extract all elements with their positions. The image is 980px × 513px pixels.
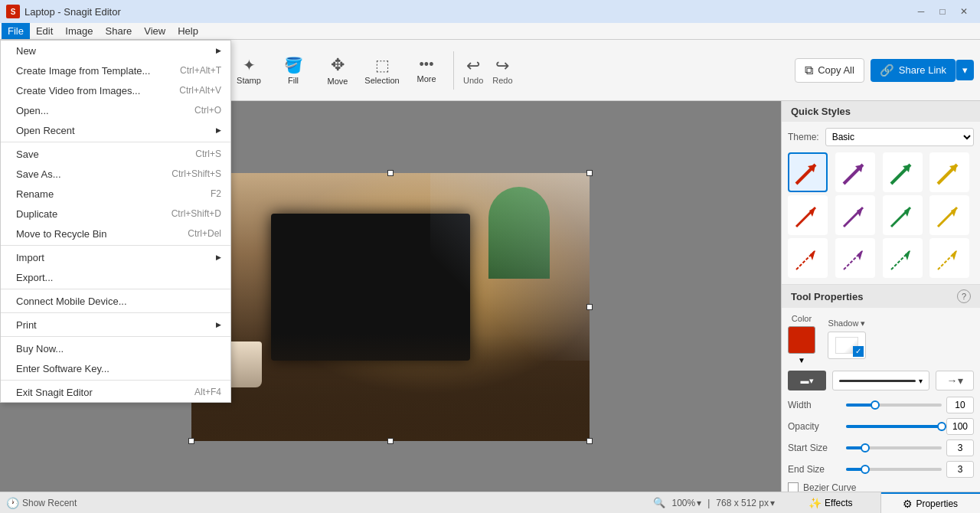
style-item-12[interactable] [929,238,969,278]
menu-view[interactable]: View [138,23,172,39]
close-button[interactable]: ✕ [954,4,974,19]
end-size-value[interactable]: 3 [946,461,974,478]
opacity-slider-fill [846,425,942,428]
menu-print[interactable]: Print [1,315,230,335]
end-size-slider-thumb[interactable] [861,465,870,474]
width-slider-thumb[interactable] [871,400,880,410]
menu-connect-mobile[interactable]: Connect Mobile Device... [1,291,230,311]
line-pattern-selector[interactable]: ▾ [832,371,929,390]
menu-image[interactable]: Image [59,23,99,39]
menu-new[interactable]: New [1,41,230,60]
redo-button[interactable]: ↪ Redo [489,53,515,88]
minimize-button[interactable]: ─ [911,4,931,19]
style-item-4[interactable] [929,152,969,192]
separator: | [707,498,710,508]
line-style-selector[interactable]: ▬▾ [788,371,826,390]
handle-bottom-left[interactable] [188,438,194,444]
menu-recycle[interactable]: Move to Recycle Bin Ctrl+Del [1,224,230,243]
svg-marker-17 [810,250,815,260]
zoom-info: 🔍 100% ▾ | 768 x 512 px ▾ [653,497,775,508]
sep-3 [1,289,230,289]
style-item-2[interactable] [835,152,875,192]
handle-mid-right[interactable] [586,304,593,310]
handle-bottom-right[interactable] [586,438,593,444]
copy-all-button[interactable]: ⧉ Copy All [795,58,864,83]
menu-edit[interactable]: Edit [30,23,59,39]
menu-export[interactable]: Export... [1,267,230,287]
properties-tab[interactable]: ⚙ Properties [881,492,981,513]
menu-open-recent[interactable]: Open Recent [1,120,230,140]
handle-top-right[interactable] [586,170,593,176]
sep-4 [1,312,230,313]
menu-file[interactable]: File [2,23,30,39]
style-item-10[interactable] [835,238,875,278]
copy-all-label: Copy All [818,64,854,76]
move-icon: ✥ [331,55,345,75]
image-wrapper [191,173,590,441]
menu-help[interactable]: Help [172,23,204,39]
title-bar: S Laptop - Snagit Editor ─ □ ✕ [0,0,980,23]
tool-stamp[interactable]: ✦ Stamp [228,44,270,96]
start-size-slider[interactable] [846,446,942,449]
menu-rename-shortcut: F2 [211,188,221,199]
menu-create-image[interactable]: Create Image from Template... Ctrl+Alt+T [1,60,230,80]
share-link-label: Share Link [899,64,946,76]
quick-styles-section: Quick Styles Theme: Basic [782,101,980,285]
share-link-button[interactable]: 🔗 Share Link [871,59,956,82]
shadow-box[interactable]: ✓ [828,332,866,359]
color-dropdown[interactable]: ▼ [788,357,815,363]
style-item-7[interactable] [883,195,923,235]
restore-button[interactable]: □ [933,4,952,19]
width-slider[interactable] [846,404,942,407]
undo-label: Undo [463,76,483,85]
zoom-value: 100% [671,498,695,508]
shadow-checkbox[interactable]: ✓ [853,346,864,357]
style-item-3[interactable] [883,152,923,192]
tool-selection[interactable]: ⬚ Selection [361,44,403,96]
stamp-label: Stamp [237,76,261,85]
color-swatch[interactable] [788,326,815,354]
handle-bottom-center[interactable] [387,438,394,444]
menu-save[interactable]: Save Ctrl+S [1,144,230,164]
menu-bar: File Edit Image Share View Help [0,23,980,40]
handle-top-center[interactable] [387,170,394,176]
svg-marker-23 [952,250,957,260]
menu-create-video[interactable]: Create Video from Images... Ctrl+Alt+V [1,80,230,100]
style-item-9[interactable] [788,238,828,278]
dimensions-control[interactable]: 768 x 512 px ▾ [716,498,775,508]
menu-exit[interactable]: Exit Snagit Editor Alt+F4 [1,382,230,402]
opacity-slider[interactable] [846,425,942,428]
effects-tab[interactable]: ✨ Effects [781,492,881,513]
tool-more[interactable]: ••• More [406,44,447,96]
tool-fill[interactable]: 🪣 Fill [273,44,314,96]
menu-import[interactable]: Import [1,247,230,267]
style-item-1[interactable] [788,152,828,192]
undo-button[interactable]: ↩ Undo [460,53,486,88]
tool-move[interactable]: ✥ Move [317,44,358,96]
zoom-control[interactable]: 100% ▾ [671,498,701,508]
opacity-value[interactable]: 100 [946,418,974,435]
right-panel: Quick Styles Theme: Basic [781,101,980,513]
opacity-slider-thumb[interactable] [937,422,946,431]
end-size-slider[interactable] [846,468,942,471]
style-item-5[interactable] [788,195,828,235]
theme-select[interactable]: Basic [825,128,974,146]
style-item-11[interactable] [883,238,923,278]
menu-duplicate[interactable]: Duplicate Ctrl+Shift+D [1,204,230,224]
style-item-6[interactable] [835,195,875,235]
sep-5 [1,336,230,337]
menu-share[interactable]: Share [100,23,139,39]
menu-buy-now[interactable]: Buy Now... [1,338,230,358]
style-item-8[interactable] [929,195,969,235]
menu-open[interactable]: Open... Ctrl+O [1,100,230,120]
start-size-slider-thumb[interactable] [861,443,870,453]
menu-save-as[interactable]: Save As... Ctrl+Shift+S [1,164,230,184]
arrow-style-selector[interactable]: →▾ [936,371,974,390]
menu-rename[interactable]: Rename F2 [1,184,230,204]
share-dropdown-button[interactable]: ▾ [956,60,974,80]
show-recent-button[interactable]: 🕐 Show Recent [6,497,77,509]
width-value[interactable]: 10 [946,397,974,413]
start-size-value[interactable]: 3 [946,439,974,456]
menu-software-key[interactable]: Enter Software Key... [1,358,230,378]
help-button[interactable]: ? [957,289,971,303]
